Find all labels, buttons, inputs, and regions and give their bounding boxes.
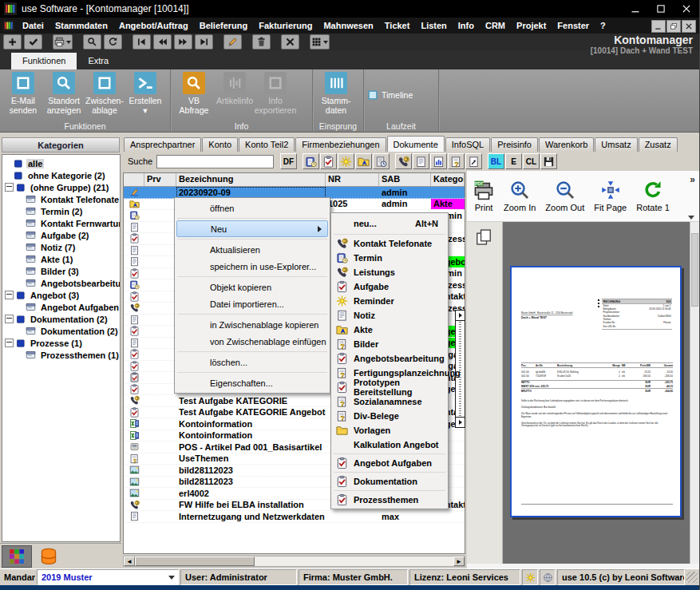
resize-grip[interactable] [686, 572, 698, 583]
search-sun-button[interactable] [338, 153, 354, 169]
context-menu-item-speicherninuseexplorer[interactable]: speichern in use-Explorer... [176, 258, 328, 275]
menubar-item-fenster[interactable]: Fenster [552, 19, 595, 32]
sidebar-item-alle[interactable]: alle [2, 157, 120, 169]
toolbar-plus-button[interactable] [3, 34, 22, 49]
context-menu-item-objektkopieren[interactable]: Objekt kopieren [176, 279, 328, 295]
submenu-item-dokumentation[interactable]: Dokumentation [333, 474, 446, 489]
minimize-button[interactable] [623, 0, 648, 18]
ribbon-button-timeline[interactable]: Timeline [367, 89, 413, 101]
tab-ansprechpartner[interactable]: Ansprechpartner [124, 137, 201, 152]
sidebar-item-dokumentation--2-[interactable]: Dokumentation (2) [2, 325, 120, 337]
toolbar-navnext-button[interactable] [174, 34, 192, 49]
toolbar-navprev-button[interactable] [153, 34, 172, 49]
sidebar-item-akte--1-[interactable]: Akte (1) [2, 253, 120, 265]
tab-dokumente[interactable]: Dokumente [387, 136, 445, 152]
tab-warenkorb[interactable]: Warenkorb [539, 137, 594, 152]
floating-scroll-down-icon[interactable] [456, 417, 465, 427]
toolbar-pencil-button[interactable] [223, 34, 242, 49]
ribbon-button-erstellen[interactable]: Erstellen▾ [125, 72, 165, 115]
column-header-bezeichnung[interactable]: Bezeichnung [176, 173, 326, 186]
submenu-item-angebotaufgaben[interactable]: Angebot Aufgaben [333, 456, 446, 470]
toolbar-search-button[interactable] [83, 34, 101, 49]
status-reminder-cell[interactable] [522, 569, 538, 585]
search-docarrow-button[interactable] [465, 153, 482, 169]
submenu-item-aufgabe[interactable]: Aufgabe [333, 279, 446, 294]
search-button-e[interactable]: E [505, 153, 522, 169]
search-clockdoc-button[interactable] [373, 153, 390, 169]
toolbar-xmark-button[interactable] [281, 34, 299, 49]
close-button[interactable] [674, 0, 699, 18]
sidebar-item-angebot--3-[interactable]: Angebot (3) [2, 289, 120, 301]
sidebar-item-aufgabe--2-[interactable]: Aufgabe (2) [2, 229, 120, 241]
preview-fit-page-button[interactable]: Fit Page [594, 180, 627, 212]
submenu-item-reminder[interactable]: Reminder [333, 294, 446, 308]
submenu-item-divbelege[interactable]: ?Div-Belege [333, 409, 446, 423]
column-header-nr[interactable]: NR [326, 173, 379, 186]
preview-zoom-out-button[interactable]: Zoom Out [545, 180, 584, 212]
toolbar-printer-button[interactable] [53, 34, 73, 49]
toolbar-refresh-button[interactable] [104, 34, 122, 49]
database-view-button[interactable] [34, 545, 64, 568]
toolbar-check-button[interactable] [24, 34, 42, 49]
mdi-close-button[interactable] [682, 20, 696, 33]
submenu-item-leistungs[interactable]: Leistungs [333, 265, 446, 279]
overflow-chevron-icon[interactable]: » [690, 174, 695, 185]
search-book-button[interactable] [303, 153, 319, 169]
table-horizontal-scrollbar[interactable]: ◄ ► [123, 556, 465, 567]
menubar-item-projekt[interactable]: Projekt [511, 19, 552, 32]
submenu-item-prototypenbereitstellung[interactable]: Prototypen Bereitstellung [333, 380, 446, 394]
menubar-item-angebotauftrag[interactable]: Angebot/Auftrag [113, 19, 194, 32]
column-header-kategorie[interactable]: Kategorie [431, 173, 465, 186]
column-header-prv[interactable]: Prv [144, 173, 176, 186]
floating-scroll-up-icon[interactable] [456, 311, 465, 321]
search-button-df[interactable]: DF [280, 153, 297, 169]
context-menu-item-dateiimportieren[interactable]: Datei importieren... [176, 295, 328, 312]
preview-vertical-scrollbar[interactable] [690, 222, 699, 564]
tab-umsatz[interactable]: Umsatz [595, 137, 637, 152]
preview-print-button[interactable]: PDFPrint [473, 180, 494, 212]
sidebar-item-kontakt-fernwartung--3-[interactable]: Kontakt Fernwartung (3) [2, 217, 120, 229]
search-button-bl[interactable]: BL [488, 153, 504, 169]
submenu-item-vorlagen[interactable]: Vorlagen [333, 423, 446, 438]
submenu-item-termin[interactable]: Termin [333, 251, 446, 265]
menubar-item-info[interactable]: Info [453, 19, 480, 32]
preview-dropdown-icon[interactable] [688, 216, 694, 220]
menubar-item-crm[interactable]: CRM [480, 19, 511, 32]
table-row[interactable]: Internetzugang und Netzwerkdaten Wolf Da… [124, 511, 465, 523]
menubar-item-listen[interactable]: Listen [415, 19, 452, 32]
toolbar-navlast-button[interactable] [195, 34, 213, 49]
sidebar-item-notiz--7-[interactable]: Notiz (7) [2, 241, 120, 253]
ribbon-button-emailsenden[interactable]: E-Mailsenden [3, 72, 43, 115]
context-menu-item-eigenschaften[interactable]: Eigenschaften... [176, 374, 328, 391]
sidebar-item-angebot-aufgaben--3-[interactable]: Angebot Aufgaben (3) [2, 301, 120, 313]
menubar-item-mahnwesen[interactable]: Mahnwesen [318, 19, 378, 32]
menubar-item-stammdaten[interactable]: Stammdaten [49, 19, 113, 32]
mdi-restore-button[interactable] [666, 20, 681, 33]
sidebar-item-prozessthemen--1-[interactable]: Prozessthemen (1) [2, 349, 120, 361]
preview-zoom-in-button[interactable]: Zoom In [504, 180, 536, 212]
search-floppy-button[interactable] [540, 153, 557, 169]
sidebar-item-prozesse--1-[interactable]: Prozesse (1) [2, 337, 120, 349]
search-akte-button[interactable] [355, 153, 372, 169]
submenu-item-kalkulationangebot[interactable]: Kalkulation Angebot [333, 438, 446, 452]
context-menu-item-vonzwischenablageeinfgen[interactable]: von Zwischenablage einfügen [176, 333, 328, 350]
menubar-item-ticket[interactable]: Ticket [379, 19, 416, 32]
tree-collapse-icon[interactable] [5, 291, 14, 299]
mdi-minimize-button[interactable] [651, 20, 666, 33]
context-menu-item-aktualisieren[interactable]: Aktualisieren [176, 241, 328, 258]
toolbar-trash-button[interactable] [252, 34, 271, 49]
search-input[interactable] [156, 155, 274, 168]
tab-zusatz[interactable]: Zusatz [639, 137, 678, 152]
context-menu-item-neu[interactable]: Neu [176, 220, 328, 237]
search-aufgabe-button[interactable] [320, 153, 337, 169]
page-copy-icon[interactable] [475, 228, 492, 246]
sidebar-item--ohne-gruppe---21-[interactable]: (ohne Gruppe) (21) [2, 181, 120, 193]
column-header-sab[interactable]: SAB [379, 173, 431, 186]
scrollbar-thumb[interactable] [135, 556, 255, 566]
tree-collapse-icon[interactable] [5, 339, 14, 347]
search-docq-button[interactable]: ? [448, 153, 465, 169]
submenu-item-angebotsbearbeitung[interactable]: Angebotsbearbeitung [333, 351, 446, 366]
tab-infosql[interactable]: InfoSQL [445, 137, 490, 152]
menubar-item-?[interactable]: ? [595, 19, 611, 32]
tree-collapse-icon[interactable] [5, 315, 14, 323]
